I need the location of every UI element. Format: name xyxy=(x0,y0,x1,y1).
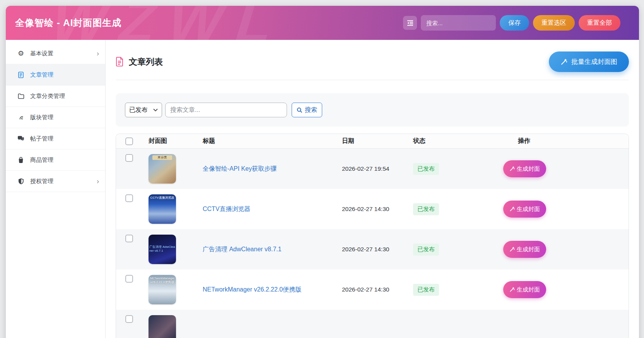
column-header-date: 日期 xyxy=(342,137,413,145)
outdent-icon xyxy=(407,20,413,26)
magic-wand-icon xyxy=(560,58,567,65)
reset-all-button[interactable]: 重置全部 xyxy=(579,15,620,31)
sidebar-item-label: 文章分类管理 xyxy=(30,93,65,100)
column-header-status: 状态 xyxy=(413,137,503,145)
status-filter-select[interactable]: 已发布 xyxy=(125,103,162,117)
article-date: 2026-02-27 19:54 xyxy=(342,165,413,172)
row-checkbox[interactable] xyxy=(125,194,133,202)
header-search-input[interactable] xyxy=(421,15,496,31)
sidebar-item-basic-settings[interactable]: ⚙ 基本设置 › xyxy=(6,43,105,64)
sidebar-item-label: 商品管理 xyxy=(30,156,53,164)
table-header-row: 封面图 标题 日期 状态 操作 xyxy=(116,134,629,149)
magic-wand-icon xyxy=(509,287,515,292)
cover-thumbnail[interactable]: NETworkManager v26.2.22.0便携版 xyxy=(149,275,176,304)
cover-thumbnail[interactable]: 广告清理 AdwCleaner v8.7.1 xyxy=(149,235,176,264)
table-row: 未分类 全像智绘-API Key获取步骤 2026-02-27 19:54 已发… xyxy=(116,149,629,189)
batch-generate-button[interactable]: 批量生成封面图 xyxy=(549,51,629,72)
app-window: WZWL 全像智绘 - AI封面图生成 保存 重置选区 重置全部 xyxy=(6,6,639,338)
page-title: 文章列表 xyxy=(129,56,163,68)
sidebar-item-label: 授权管理 xyxy=(30,178,53,185)
column-header-cover: 封面图 xyxy=(149,137,203,145)
status-badge: 已发布 xyxy=(413,244,439,256)
search-button[interactable]: 搜索 xyxy=(292,103,322,117)
sidebar-item-sections[interactable]: 版块管理 xyxy=(6,107,105,128)
generate-cover-button[interactable]: 生成封面 xyxy=(503,160,546,177)
document-icon xyxy=(116,57,123,67)
save-button[interactable]: 保存 xyxy=(500,15,529,31)
row-checkbox[interactable] xyxy=(125,154,133,162)
sidebar-item-label: 帖子管理 xyxy=(30,135,53,142)
article-title-link[interactable]: 全像智绘-API Key获取步骤 xyxy=(203,165,277,172)
file-text-icon xyxy=(17,71,24,78)
table-row: NETworkManager v26.2.22.0便携版 NETworkMana… xyxy=(116,269,629,310)
article-date: 2026-02-27 14:30 xyxy=(342,246,413,253)
main-content: 文章列表 批量生成封面图 xyxy=(106,40,639,338)
chevron-down-icon xyxy=(153,108,158,112)
article-title-link[interactable]: CCTV直播浏览器 xyxy=(203,206,251,212)
cover-thumbnail[interactable]: 未分类 xyxy=(149,154,176,184)
gear-icon: ⚙ xyxy=(17,50,24,57)
reset-selection-button[interactable]: 重置选区 xyxy=(533,15,575,31)
column-header-action: 操作 xyxy=(503,137,619,145)
status-badge: 已发布 xyxy=(413,284,439,296)
row-checkbox[interactable] xyxy=(125,275,133,283)
chevron-right-icon: › xyxy=(97,178,99,185)
sections-icon xyxy=(17,114,24,121)
article-title-link[interactable]: 广告清理 AdwCleaner v8.7.1 xyxy=(203,246,282,252)
sidebar-item-label: 文章管理 xyxy=(30,71,53,79)
shield-icon xyxy=(17,178,24,185)
generate-cover-button[interactable]: 生成封面 xyxy=(503,201,546,218)
section-divider xyxy=(116,80,629,80)
shopping-bag-icon xyxy=(17,156,24,163)
filter-panel: 已发布 搜索 xyxy=(116,93,629,127)
comments-icon xyxy=(17,135,24,142)
sidebar-item-article-category[interactable]: 文章分类管理 xyxy=(6,86,105,107)
row-checkbox[interactable] xyxy=(125,235,133,242)
cover-thumbnail[interactable] xyxy=(149,315,176,338)
cover-thumbnail[interactable]: CCTV直播浏览器 xyxy=(149,194,176,224)
chevron-right-icon: › xyxy=(97,50,99,57)
search-icon xyxy=(297,107,302,113)
row-checkbox[interactable] xyxy=(125,315,133,323)
sidebar-item-label: 版块管理 xyxy=(30,114,53,121)
magic-wand-icon xyxy=(509,206,515,212)
article-date: 2026-02-27 14:30 xyxy=(342,286,413,293)
column-header-title: 标题 xyxy=(203,137,342,145)
generate-cover-button[interactable]: 生成封面 xyxy=(503,241,546,258)
outdent-button[interactable] xyxy=(403,16,417,30)
status-badge: 已发布 xyxy=(413,203,439,215)
sidebar-item-authorization[interactable]: 授权管理 › xyxy=(6,171,105,192)
sidebar-item-label: 基本设置 xyxy=(30,50,53,57)
magic-wand-icon xyxy=(509,166,515,172)
table-row: 广告清理 AdwCleaner v8.7.1 广告清理 AdwCleaner v… xyxy=(116,229,629,269)
status-badge: 已发布 xyxy=(413,163,439,175)
table-row xyxy=(116,310,629,338)
sidebar-item-article-management[interactable]: 文章管理 xyxy=(6,64,105,86)
folder-icon xyxy=(17,93,24,100)
header-controls: 保存 重置选区 重置全部 xyxy=(403,15,620,31)
sidebar: ⚙ 基本设置 › 文章管理 xyxy=(6,40,106,338)
table-row: CCTV直播浏览器 CCTV直播浏览器 2026-02-27 14:30 已发布 xyxy=(116,189,629,229)
select-all-checkbox[interactable] xyxy=(125,137,133,145)
app-title: 全像智绘 - AI封面图生成 xyxy=(15,17,121,29)
article-table: 封面图 标题 日期 状态 操作 未分类 全像智绘-API Key获取步骤 20 xyxy=(116,134,629,338)
sidebar-item-products[interactable]: 商品管理 xyxy=(6,149,105,171)
app-header: WZWL 全像智绘 - AI封面图生成 保存 重置选区 重置全部 xyxy=(6,6,639,40)
article-search-input[interactable] xyxy=(165,103,287,117)
article-date: 2026-02-27 14:30 xyxy=(342,206,413,213)
generate-cover-button[interactable]: 生成封面 xyxy=(503,281,546,298)
sidebar-item-posts[interactable]: 帖子管理 xyxy=(6,128,105,149)
article-title-link[interactable]: NETworkManager v26.2.22.0便携版 xyxy=(203,286,301,293)
magic-wand-icon xyxy=(509,247,515,252)
